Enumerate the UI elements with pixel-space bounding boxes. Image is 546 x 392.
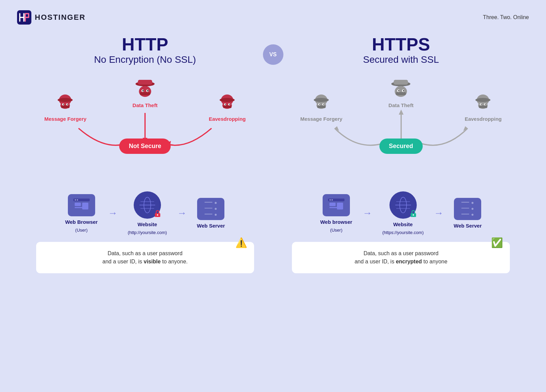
globe-icon-https [389, 191, 417, 219]
website-label-https: Website [393, 221, 413, 227]
https-info-text: Data, such as a user passwordand a user … [355, 250, 447, 264]
logo: HOSTINGER [17, 10, 86, 25]
browser-sub-https: (User) [330, 228, 342, 233]
svg-point-69 [398, 90, 400, 91]
arrow-website-to-server-https: → [434, 208, 443, 219]
svg-point-7 [58, 98, 73, 102]
header: HOSTINGER Three. Two. Online [17, 10, 529, 25]
svg-marker-55 [463, 126, 468, 131]
svg-point-74 [475, 98, 490, 102]
https-panel: HTTPS Secured with SSL [273, 35, 529, 273]
villain-gray-center [389, 77, 413, 101]
svg-point-78 [485, 104, 486, 105]
browser-sub: (User) [75, 228, 88, 233]
message-forgery-label-https: Message Forgery [300, 116, 342, 122]
svg-rect-84 [337, 203, 343, 209]
not-secure-badge: Not Secure [119, 139, 171, 154]
browser-icon-https [323, 194, 350, 216]
http-subtitle: No Encryption (No SSL) [94, 54, 196, 65]
villain-gray-left [310, 92, 333, 115]
svg-point-70 [403, 90, 404, 91]
svg-point-19 [147, 90, 148, 91]
warning-icon: ⚠️ [235, 236, 247, 250]
http-info-box: ⚠️ Data, such as a user passwordand a us… [36, 242, 254, 273]
check-icon: ✅ [491, 236, 503, 250]
browser-label: Web Browser [65, 219, 98, 225]
globe-icon [134, 191, 161, 219]
svg-point-66 [395, 86, 407, 97]
logo-text: HOSTINGER [35, 13, 86, 22]
svg-point-99 [472, 208, 474, 210]
svg-rect-28 [223, 105, 232, 108]
svg-rect-101 [461, 214, 469, 215]
svg-rect-20 [140, 92, 150, 95]
svg-rect-95 [461, 202, 469, 203]
svg-point-27 [229, 104, 230, 105]
villain-gray-right [472, 92, 494, 115]
svg-rect-82 [329, 203, 336, 206]
svg-rect-63 [317, 105, 326, 108]
eavesdropping-label-https: Eavesdropping [465, 116, 502, 122]
https-web-browser: Web browser (User) [320, 194, 352, 233]
https-web-row: Web browser (User) → [320, 191, 482, 235]
lock-icon-https [409, 209, 417, 219]
svg-rect-14 [138, 80, 152, 85]
http-info-text: Data, such as a user passwordand a user … [102, 250, 188, 264]
website-sub-https: (https://yoursite.com) [382, 230, 424, 235]
svg-rect-65 [394, 80, 408, 85]
svg-rect-98 [461, 208, 469, 208]
http-website: Website (http://yoursite.com) [128, 191, 167, 235]
secured-badge: Secured [379, 139, 423, 154]
svg-rect-79 [479, 105, 487, 108]
browser-icon [68, 194, 95, 216]
hostinger-logo-icon [17, 10, 31, 25]
https-server: Web Server [454, 198, 482, 229]
lock-icon-http [153, 209, 162, 219]
vs-circle: VS [263, 44, 283, 65]
main-content: VS HTTP No Encryption (No SSL) [17, 35, 529, 273]
svg-point-42 [157, 214, 158, 216]
svg-marker-53 [399, 110, 403, 115]
svg-rect-47 [205, 208, 212, 208]
arrow-browser-to-website-https: → [363, 208, 372, 219]
svg-rect-31 [75, 203, 81, 206]
data-theft-label-left: Data Theft [133, 102, 158, 108]
svg-rect-44 [205, 202, 212, 203]
svg-point-93 [413, 214, 414, 216]
message-forgery-label: Message Forgery [44, 116, 86, 122]
svg-point-96 [472, 202, 474, 204]
svg-point-58 [314, 98, 329, 102]
svg-point-86 [331, 199, 333, 201]
message-forgery-villain-https: Message Forgery [300, 92, 342, 122]
tagline: Three. Two. Online [483, 14, 529, 20]
svg-rect-50 [205, 214, 212, 215]
https-threats-area: Message Forgery Data Theft [280, 75, 522, 185]
http-web-browser: Web Browser (User) [65, 194, 98, 233]
website-label-http: Website [137, 221, 157, 227]
svg-point-45 [215, 202, 217, 204]
https-info-box: ✅ Data, such as a user passwordand a use… [292, 242, 510, 273]
svg-marker-54 [335, 126, 339, 131]
https-panel-title: HTTPS Secured with SSL [363, 35, 439, 65]
http-web-row: Web Browser (User) → [65, 191, 225, 235]
svg-point-10 [63, 104, 64, 105]
arrow-browser-to-website: → [108, 208, 117, 219]
http-panel: HTTP No Encryption (No SSL) [17, 35, 273, 273]
svg-point-26 [225, 104, 226, 105]
villain-icon-right [216, 92, 238, 115]
eavesdropping-villain-https: Eavesdropping [465, 92, 502, 122]
message-forgery-villain: Message Forgery [44, 92, 86, 122]
svg-point-34 [75, 199, 76, 201]
server-icon [197, 198, 224, 220]
svg-point-18 [142, 90, 144, 91]
villain-icon-center [133, 77, 157, 101]
page: HOSTINGER Three. Two. Online VS HTTP No … [0, 0, 546, 392]
svg-point-102 [472, 214, 474, 216]
svg-point-61 [319, 104, 320, 105]
villain-icon-left [54, 92, 76, 115]
svg-rect-71 [396, 92, 406, 95]
eavesdropping-label: Eavesdropping [209, 116, 246, 122]
svg-rect-33 [82, 203, 88, 209]
http-title: HTTP [94, 35, 196, 54]
data-theft-villain-https: Data Theft [388, 77, 413, 108]
